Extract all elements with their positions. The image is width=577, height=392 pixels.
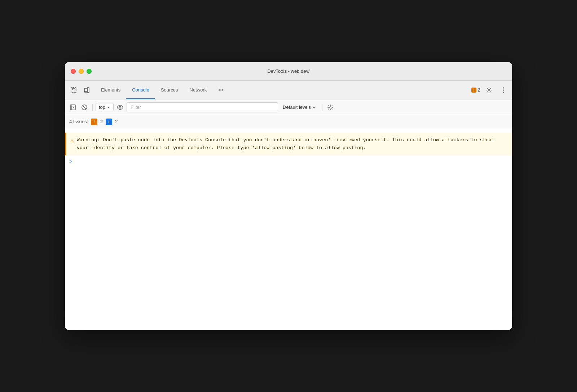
divider-2 [322,104,322,111]
tab-bar-right: ! 2 [471,81,509,99]
tab-sources[interactable]: Sources [155,81,184,99]
warn-issues-count: 2 [100,119,103,124]
svg-rect-8 [70,105,75,110]
warning-triangle-icon: ⚠ [70,137,74,152]
svg-point-6 [503,89,504,90]
settings-icon[interactable] [483,84,495,96]
svg-rect-0 [71,88,76,93]
warning-text: Warning: Don't paste code into the DevTo… [77,136,508,152]
log-levels-selector[interactable]: Default levels [279,103,319,111]
console-content: ⚠ Warning: Don't paste code into the Dev… [65,128,512,330]
devtools-window: DevTools - web.dev/ Elements [65,62,512,330]
svg-rect-2 [87,88,89,93]
warn-count: 2 [478,87,480,93]
live-expression-icon[interactable] [115,102,125,112]
info-issues-count: 2 [115,119,118,124]
tab-elements[interactable]: Elements [95,81,126,99]
inspect-element-icon[interactable] [68,84,79,96]
tab-bar: Elements Console Sources Network >> ! 2 [65,81,512,99]
svg-line-11 [83,106,86,109]
sidebar-toggle-icon[interactable] [68,102,78,112]
issues-label: 4 Issues: [69,119,88,124]
console-settings-icon[interactable] [325,102,335,112]
chevron-down-icon [107,106,110,108]
context-selector[interactable]: top [96,103,114,111]
minimize-button[interactable] [79,69,84,74]
close-button[interactable] [71,69,76,74]
info-issues-icon[interactable] [106,119,112,125]
tabs: Elements Console Sources Network >> [95,81,471,99]
warn-issues-icon[interactable]: ! [91,119,97,125]
traffic-lights [71,69,92,74]
log-levels-label: Default levels [283,104,311,110]
console-toolbar: top Default levels [65,99,512,115]
more-options-icon[interactable] [498,84,509,96]
svg-point-13 [330,107,331,108]
tab-console[interactable]: Console [126,81,155,99]
svg-point-4 [488,89,490,91]
filter-input[interactable] [127,102,278,112]
svg-rect-14 [109,121,109,123]
tab-network[interactable]: Network [184,81,213,99]
warning-message: ⚠ Warning: Don't paste code into the Dev… [65,133,512,155]
issues-badge[interactable]: ! 2 [471,87,480,93]
console-prompt-row: > [65,157,512,167]
context-value: top [99,104,105,110]
chevron-down-icon [312,106,316,108]
divider [92,104,93,111]
maximize-button[interactable] [87,69,92,74]
device-toolbar-icon[interactable] [81,84,92,96]
svg-point-5 [503,87,504,88]
clear-console-icon[interactable] [79,102,89,112]
svg-point-12 [119,106,121,108]
window-title: DevTools - web.dev/ [267,68,309,74]
tab-more[interactable]: >> [212,81,229,99]
warn-badge: ! [471,88,476,93]
prompt-arrow-icon: > [69,159,72,165]
issues-bar: 4 Issues: ! 2 2 [65,115,512,128]
svg-point-7 [503,92,504,93]
title-bar: DevTools - web.dev/ [65,62,512,81]
console-input[interactable] [74,159,508,165]
svg-rect-15 [109,120,109,121]
tab-bar-icons [68,81,92,99]
